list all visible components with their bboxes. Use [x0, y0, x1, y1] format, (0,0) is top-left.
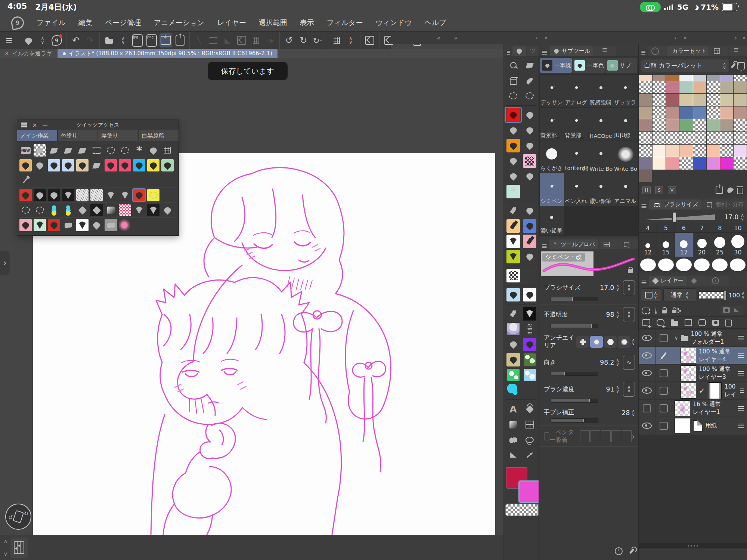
quick-access-item[interactable] [147, 204, 159, 216]
menu-item-選択範囲[interactable]: 選択範囲 [259, 18, 287, 28]
color-swatch[interactable] [653, 75, 666, 81]
hsv-button-H[interactable]: H [642, 186, 651, 194]
tool-item[interactable] [505, 123, 521, 138]
color-swatch[interactable] [653, 132, 666, 144]
aa-option[interactable] [590, 336, 603, 348]
expand-button[interactable]: ∨∨ [623, 382, 635, 397]
chevron-updown-icon[interactable]: ∧∨ [632, 338, 635, 346]
color-swatch[interactable] [679, 170, 692, 182]
quick-access-item[interactable] [161, 144, 174, 157]
tool-item[interactable] [521, 218, 538, 233]
quick-access-item[interactable] [19, 204, 32, 216]
quick-access-item[interactable] [90, 189, 103, 201]
tab-brush-detail[interactable] [619, 239, 638, 250]
layer-visibility[interactable] [639, 400, 655, 417]
tool-item[interactable] [521, 367, 538, 383]
color-swatch[interactable] [679, 75, 692, 81]
menu-item-ウィンドウ[interactable]: ウィンドウ [375, 18, 412, 28]
tool-item[interactable] [505, 287, 521, 302]
quick-access-item[interactable] [147, 159, 159, 171]
window-menu-icon[interactable] [21, 123, 27, 123]
tab-intermediate-color[interactable] [709, 46, 728, 56]
color-swatch[interactable] [693, 75, 706, 81]
color-swatch[interactable] [653, 94, 666, 106]
tool-item[interactable] [505, 203, 521, 218]
color-swatch[interactable] [693, 157, 706, 170]
tab-color-set[interactable]: カラーセット [667, 46, 709, 56]
chevron-updown-icon[interactable]: ∧∨ [741, 213, 744, 221]
quick-access-item[interactable] [48, 189, 60, 201]
subtool-シミペン[interactable]: シミペン [540, 173, 564, 206]
quick-access-item[interactable] [119, 204, 131, 216]
quick-access-item[interactable]: * [133, 144, 145, 157]
color-swatch[interactable] [734, 157, 747, 170]
layer-row-フォルダー1[interactable]: ∨100 % 通常フォルダー1 [639, 329, 747, 346]
tool-item[interactable] [505, 432, 521, 448]
toolbar-fitsq-button[interactable] [235, 33, 248, 47]
chevron-down-icon[interactable]: ∨ [1, 551, 10, 557]
tool-item[interactable] [521, 123, 538, 138]
dynamics-button[interactable]: ∿ [623, 355, 635, 370]
toolbar-rotl-button[interactable]: ↺ [283, 33, 295, 47]
quick-access-item[interactable] [19, 219, 32, 231]
chevron-updown-icon[interactable]: ∧∨ [616, 386, 619, 393]
tool-item[interactable] [505, 337, 521, 352]
rotate-canvas-button[interactable]: ↺ ↻ [5, 504, 31, 530]
menu-item-編集[interactable]: 編集 [78, 18, 93, 28]
layer-row-用紙[interactable]: 用紙 [639, 417, 747, 434]
quick-access-item[interactable] [34, 144, 46, 157]
subtool-group-一軍色[interactable]: 一軍色 [573, 58, 604, 73]
color-swatch[interactable] [707, 145, 720, 157]
close-window-icon[interactable]: × [32, 121, 37, 129]
import-palette-icon[interactable] [737, 62, 745, 69]
tool-item[interactable] [521, 168, 538, 184]
quick-access-item[interactable] [119, 189, 131, 201]
quick-access-item[interactable] [48, 144, 60, 157]
delete-layer-icon[interactable] [725, 320, 732, 327]
color-swatch[interactable] [639, 106, 652, 119]
color-swatch[interactable] [693, 94, 706, 106]
chevron-up-icon[interactable]: ∧ [1, 538, 10, 545]
palette-menu-icon[interactable] [641, 51, 645, 52]
quick-access-tab-厚塗り[interactable]: 厚塗り [98, 130, 138, 141]
brush-size-large[interactable] [639, 257, 657, 272]
toolbar-tri-button[interactable]: ◣ [221, 33, 234, 47]
toolbar-updn-button[interactable]: ∧∨ [36, 33, 49, 47]
collapse-left-icon[interactable]: « [436, 35, 441, 41]
chevron-updown-icon[interactable]: ∧∨ [616, 311, 619, 318]
menu-item-フィルター[interactable]: フィルター [327, 18, 363, 28]
color-swatch[interactable] [707, 119, 720, 132]
color-swatch[interactable] [693, 145, 706, 157]
layer-visibility[interactable] [639, 382, 655, 399]
tool-item[interactable] [521, 184, 538, 199]
quick-access-item[interactable] [90, 204, 103, 216]
layer-row-レイヤー3[interactable]: 100 % 通常レイヤー3 [639, 365, 747, 381]
color-swatch[interactable] [693, 81, 706, 93]
toolbar-rectsel-button[interactable] [207, 33, 220, 47]
brush-size-12[interactable]: 12 [639, 233, 657, 257]
chevron-updown-icon[interactable]: ∧∨ [741, 291, 745, 299]
quick-access-item[interactable] [48, 219, 60, 231]
subtool-Write Bo[interactable]: Write Bo [589, 140, 613, 173]
tool-item[interactable]: * [505, 184, 521, 199]
brush-size-5[interactable]: 5 [657, 223, 675, 232]
menu-item-表示[interactable]: 表示 [300, 18, 314, 28]
color-swatch[interactable] [693, 119, 706, 132]
brush-size-20[interactable]: 20 [693, 233, 711, 257]
tool-item[interactable] [521, 73, 538, 88]
toolbar-crop-button[interactable] [363, 33, 376, 47]
hotspot-indicator[interactable] [640, 2, 661, 12]
color-swatch[interactable] [720, 170, 733, 182]
subtool-ザッサラ[interactable]: ザッサラ [613, 75, 638, 107]
quick-access-item[interactable] [147, 189, 159, 201]
subtool-濃い鉛筆[interactable]: 濃い鉛筆 [589, 173, 613, 206]
color-swatch[interactable] [707, 81, 720, 93]
color-swatch[interactable] [720, 119, 733, 132]
subtool-group-一軍線[interactable]: 一軍線 [540, 58, 572, 73]
active-document-tab[interactable]: イラスト* (188.00 x 263.00mm 350dpi 90.5% : … [58, 49, 278, 58]
palette-menu-icon[interactable] [542, 244, 547, 245]
sub-color-chip[interactable] [518, 480, 541, 503]
expand-button[interactable]: ∨∨ [623, 307, 635, 322]
quick-access-item[interactable]: NEW [19, 144, 32, 157]
color-swatch[interactable] [693, 106, 706, 119]
